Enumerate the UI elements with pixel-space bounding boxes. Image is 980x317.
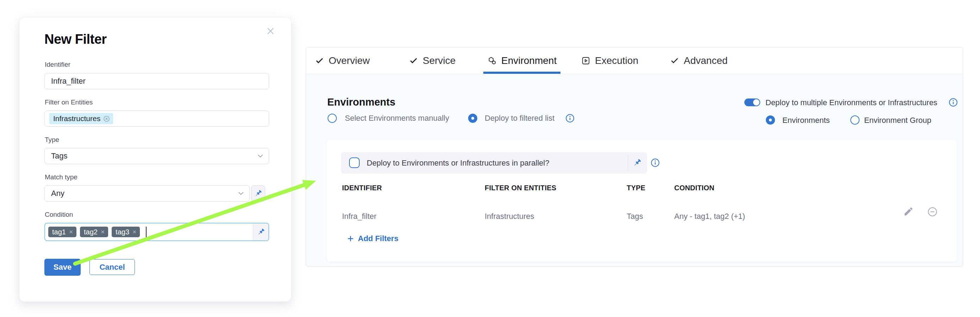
match-type-value: Any [45, 189, 64, 198]
text-cursor [146, 227, 146, 237]
cell-condition: Any - tag1, tag2 (+1) [674, 212, 745, 221]
pin-icon[interactable] [251, 185, 265, 202]
check-icon [409, 56, 418, 65]
tab-label: Overview [329, 55, 370, 66]
entities-tag: Infrastructures [49, 113, 113, 124]
condition-input[interactable]: tag1 tag2 tag3 [45, 223, 269, 241]
cell-filter-on-entities: Infrastructures [485, 212, 535, 221]
new-filter-modal: New Filter Identifier Infra_filter Filte… [19, 17, 292, 302]
identifier-label: Identifier [45, 60, 70, 69]
save-button[interactable]: Save [45, 259, 81, 276]
info-icon[interactable] [565, 114, 574, 123]
remove-chip-icon[interactable] [69, 228, 73, 236]
remove-tag-icon[interactable] [103, 115, 110, 122]
type-select[interactable]: Tags [45, 148, 269, 164]
parallel-question-label: Deploy to Environments or Infrastructure… [367, 152, 549, 174]
cancel-button[interactable]: Cancel [89, 259, 135, 275]
tab-overview[interactable]: Overview [315, 48, 370, 74]
tab-label: Environment [501, 55, 557, 66]
condition-tags: tag1 tag2 tag3 [45, 227, 253, 237]
type-value: Tags [45, 151, 67, 161]
execution-icon [581, 56, 590, 65]
tab-label: Execution [595, 55, 638, 66]
pin-icon[interactable] [632, 157, 643, 168]
tab-label: Service [423, 55, 455, 66]
parallel-question-bar: Deploy to Environments or Infrastructure… [341, 152, 647, 174]
environments-heading: Environments [327, 97, 395, 107]
check-icon [315, 56, 324, 65]
identifier-input[interactable]: Infra_filter [45, 73, 269, 89]
col-filter-on-entities: FILTER ON ENTITIES [485, 184, 556, 192]
close-icon[interactable] [266, 26, 275, 36]
radio-environment-group-label[interactable]: Environment Group [864, 115, 931, 125]
tab-service[interactable]: Service [409, 48, 455, 74]
match-type-label: Match type [45, 173, 78, 181]
tab-bar: Overview Service Environment Execution A… [306, 48, 963, 74]
deploy-multiple-toggle[interactable] [745, 98, 760, 106]
edit-icon[interactable] [903, 206, 914, 217]
modal-title: New Filter [45, 31, 107, 47]
radio-environment-group[interactable] [850, 115, 859, 125]
entities-label: Filter on Entities [45, 98, 93, 107]
tab-execution[interactable]: Execution [581, 48, 638, 74]
remove-chip-icon[interactable] [132, 228, 136, 236]
tab-label: Advanced [684, 55, 728, 66]
radio-environments[interactable] [766, 115, 775, 125]
remove-chip-icon[interactable] [101, 228, 105, 236]
cell-type: Tags [627, 212, 643, 221]
cell-identifier: Infra_filter [342, 212, 377, 221]
col-type: TYPE [627, 184, 645, 192]
add-filters-button[interactable]: Add Filters [346, 234, 398, 243]
parallel-checkbox[interactable] [349, 157, 360, 168]
col-identifier: IDENTIFIER [342, 184, 382, 192]
active-tab-underline [483, 72, 560, 74]
radio-select-manually[interactable] [328, 114, 337, 123]
condition-label: Condition [45, 210, 73, 219]
environment-panel: Overview Service Environment Execution A… [306, 47, 963, 267]
tag-chip[interactable]: tag3 [112, 227, 140, 237]
plus-icon [346, 234, 355, 243]
col-condition: CONDITION [674, 184, 714, 192]
radio-select-manually-label[interactable]: Select Environments manually [345, 113, 449, 123]
divider [628, 155, 628, 171]
info-icon[interactable] [651, 158, 660, 167]
type-label: Type [45, 136, 59, 144]
tag-chip[interactable]: tag2 [80, 227, 108, 237]
tag-chip[interactable]: tag1 [48, 227, 76, 237]
remove-icon[interactable] [928, 207, 938, 218]
tab-advanced[interactable]: Advanced [670, 48, 728, 74]
radio-deploy-filtered[interactable] [468, 114, 477, 123]
add-filters-label: Add Filters [358, 234, 398, 243]
entities-tag-label: Infrastructures [53, 114, 100, 123]
info-icon[interactable] [949, 98, 958, 107]
radio-deploy-filtered-label[interactable]: Deploy to filtered list [485, 113, 554, 123]
entities-input[interactable]: Infrastructures [45, 110, 269, 127]
radio-environments-label[interactable]: Environments [783, 115, 830, 125]
deploy-multiple-label: Deploy to multiple Environments or Infra… [765, 98, 937, 107]
filters-card: Deploy to Environments or Infrastructure… [327, 139, 957, 262]
check-icon [670, 56, 679, 65]
pin-icon[interactable] [253, 223, 269, 240]
identifier-value: Infra_filter [45, 77, 86, 86]
page: Overview Service Environment Execution A… [0, 0, 980, 317]
match-type-select[interactable]: Any [45, 185, 250, 202]
tab-environment[interactable]: Environment [488, 48, 557, 74]
chevron-down-icon [238, 192, 244, 195]
chevron-down-icon [258, 154, 263, 158]
environment-icon [488, 56, 497, 65]
